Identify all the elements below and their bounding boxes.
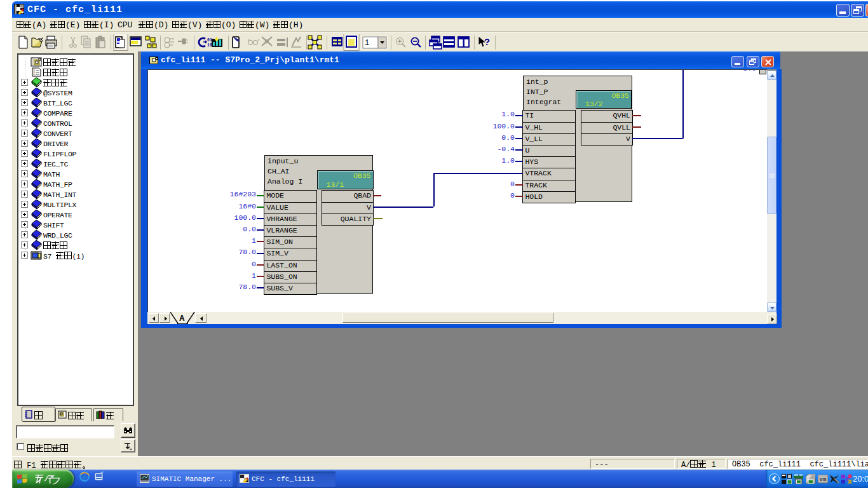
svg-text:A: A [179,314,185,323]
svg-text:vm: vm [820,477,827,483]
svg-text:e: e [82,473,86,482]
svg-text:10: 10 [207,43,212,48]
svg-text:1: 1 [365,39,369,48]
svg-text:01: 01 [207,38,212,43]
svg-text:?: ? [484,37,490,48]
